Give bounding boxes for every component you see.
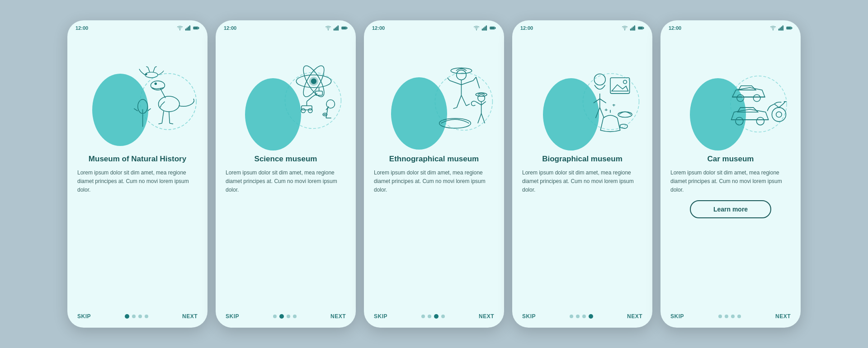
skip-button-1[interactable]: SKIP: [77, 313, 91, 320]
svg-point-29: [328, 30, 328, 30]
status-bar-3: 12:00: [364, 20, 504, 33]
phone-ethnographical: 12:00: [364, 20, 504, 328]
svg-point-108: [583, 74, 639, 130]
status-bar-5: 12:00: [660, 20, 801, 33]
svg-rect-59: [483, 28, 484, 30]
svg-line-69: [461, 80, 473, 85]
status-icons-1: [177, 25, 199, 31]
svg-point-122: [756, 118, 764, 125]
svg-point-103: [618, 112, 632, 117]
svg-rect-87: [630, 29, 631, 31]
svg-rect-61: [486, 26, 487, 31]
svg-line-75: [466, 104, 470, 106]
svg-line-14: [169, 111, 170, 123]
dot-4-2: [582, 315, 586, 318]
time-5: 12:00: [669, 25, 681, 31]
bottom-nav-4: SKIP NEXT: [512, 308, 652, 328]
svg-rect-111: [780, 28, 781, 30]
svg-rect-110: [778, 29, 779, 31]
dots-2: [273, 314, 297, 319]
svg-line-98: [595, 108, 599, 118]
svg-rect-113: [783, 26, 783, 31]
svg-point-50: [326, 100, 335, 108]
svg-line-12: [162, 111, 164, 123]
svg-line-73: [453, 108, 457, 108]
svg-line-81: [478, 113, 481, 123]
dot-3-3: [441, 315, 445, 318]
dot-4-0: [570, 315, 573, 318]
svg-line-19: [148, 67, 150, 72]
card-body-1: Lorem ipsum dolor sit dim amet, mea regi…: [77, 169, 198, 195]
dot-2-1: [279, 314, 284, 319]
svg-point-41: [311, 79, 316, 84]
svg-rect-58: [482, 29, 483, 31]
status-icons-2: [325, 25, 348, 31]
dot-1-2: [138, 315, 142, 318]
content-natural-history: Museum of Natural History Lorem ipsum do…: [67, 150, 208, 308]
learn-more-button[interactable]: Learn more: [690, 200, 771, 218]
dots-4: [570, 314, 593, 319]
svg-line-20: [146, 66, 148, 67]
svg-line-127: [779, 104, 783, 108]
next-button-4[interactable]: NEXT: [627, 313, 642, 320]
svg-line-74: [461, 95, 466, 106]
status-icons-4: [622, 25, 644, 31]
skip-button-2[interactable]: SKIP: [226, 313, 239, 320]
dot-4-1: [576, 315, 580, 318]
svg-point-123: [772, 108, 786, 122]
svg-rect-36: [342, 27, 346, 29]
svg-line-79: [477, 102, 481, 105]
svg-point-23: [146, 74, 147, 75]
status-bar-4: 12:00: [512, 20, 652, 33]
svg-rect-88: [632, 28, 632, 30]
svg-line-99: [600, 108, 604, 118]
phone-car: 12:00: [660, 20, 801, 328]
svg-point-101: [623, 80, 627, 84]
next-button-3[interactable]: NEXT: [479, 313, 494, 320]
svg-line-67: [450, 80, 462, 85]
illustration-ethnographical: [364, 33, 504, 150]
skip-button-4[interactable]: SKIP: [522, 313, 536, 320]
card-title-2: Science museum: [226, 154, 346, 164]
dots-5: [718, 315, 741, 318]
next-button-1[interactable]: NEXT: [182, 313, 198, 320]
svg-point-11: [155, 83, 156, 85]
dots-1: [125, 314, 148, 319]
card-title-4: Biographical museum: [522, 154, 642, 164]
time-1: 12:00: [75, 25, 88, 31]
time-4: 12:00: [520, 25, 533, 31]
next-button-5[interactable]: NEXT: [775, 313, 791, 320]
svg-line-71: [476, 77, 480, 88]
svg-rect-4: [189, 26, 190, 31]
dot-5-1: [725, 315, 728, 318]
svg-rect-64: [490, 27, 494, 29]
skip-button-5[interactable]: SKIP: [670, 313, 684, 320]
svg-point-0: [179, 30, 180, 30]
content-biographical: Biographical museum Lorem ipsum dolor si…: [512, 150, 652, 308]
phone-science: 12:00: [216, 20, 356, 328]
status-bar-2: 12:00: [216, 20, 356, 33]
dot-5-0: [718, 315, 722, 318]
svg-point-86: [624, 30, 625, 30]
svg-rect-116: [787, 27, 791, 29]
svg-line-13: [159, 123, 162, 124]
svg-rect-30: [334, 29, 335, 31]
dot-3-2: [434, 314, 439, 319]
skip-button-3[interactable]: SKIP: [374, 313, 387, 320]
card-title-3: Ethnographical museum: [374, 154, 494, 164]
svg-line-27: [147, 108, 151, 111]
svg-rect-90: [634, 26, 635, 31]
svg-point-65: [457, 70, 467, 80]
dot-3-1: [428, 315, 431, 318]
svg-rect-1: [185, 29, 186, 31]
svg-point-109: [773, 30, 773, 30]
svg-line-16: [161, 102, 165, 105]
svg-line-68: [447, 78, 449, 80]
svg-line-44: [307, 97, 312, 102]
svg-point-124: [776, 112, 782, 117]
next-button-2[interactable]: NEXT: [330, 313, 346, 320]
bottom-nav-5: SKIP NEXT: [660, 308, 801, 328]
svg-point-57: [476, 30, 476, 30]
status-icons-3: [473, 25, 496, 31]
card-body-2: Lorem ipsum dolor sit dim amet, mea regi…: [226, 169, 346, 195]
